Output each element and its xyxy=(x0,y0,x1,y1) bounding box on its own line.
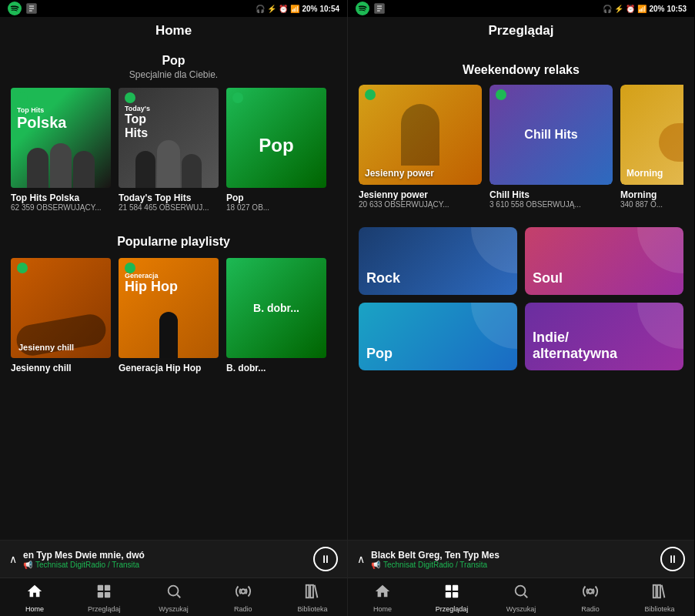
nav2-biblioteka[interactable]: Biblioteka xyxy=(625,583,694,613)
biblioteka-icon xyxy=(304,583,321,604)
card-morning[interactable]: Morning Morning 340 887 O... xyxy=(620,85,683,209)
nav-radio-label: Radio xyxy=(234,605,252,613)
biblioteka2-icon xyxy=(651,583,668,604)
card-top-hits-polska[interactable]: Top Hits Polska Top Hits Polska 62 359 O… xyxy=(11,88,111,212)
genre-pop-deco xyxy=(471,303,517,349)
genre-indie-label: Indie/ alternatywna xyxy=(533,330,617,363)
svg-rect-7 xyxy=(98,585,103,591)
alarm2-icon: ⏰ xyxy=(626,5,635,13)
radio-icon xyxy=(235,583,252,604)
svg-point-5 xyxy=(17,263,28,273)
card-overlay-big: Polska xyxy=(17,114,66,132)
weekend-card-title2: Chill Hits xyxy=(490,189,613,200)
chevron-up-icon: ∧ xyxy=(9,553,17,565)
genre-pop[interactable]: Pop xyxy=(359,303,517,370)
today-overlay-title: Today's xyxy=(125,105,150,112)
home2-icon xyxy=(374,583,391,604)
bluetooth2-icon: ⚡ xyxy=(614,5,623,13)
svg-line-12 xyxy=(177,594,180,598)
people-group2 xyxy=(119,140,219,188)
nav-biblioteka[interactable]: Biblioteka xyxy=(278,583,347,613)
time: 10:54 xyxy=(319,5,339,13)
nav-radio[interactable]: Radio xyxy=(209,583,278,613)
genre-indie-deco xyxy=(637,303,683,349)
wifi2-icon: 📶 xyxy=(637,5,647,13)
nav-wyszukaj-label: Wyszukaj xyxy=(159,605,188,613)
nav-home[interactable]: Home xyxy=(0,583,69,613)
pop-cards-row[interactable]: Top Hits Polska Top Hits Polska 62 359 O… xyxy=(11,88,336,215)
card-todays-top-hits[interactable]: Today's TopHits Today's Top Hits 21 584 … xyxy=(119,88,219,212)
nav2-przegladaj[interactable]: Przeglądaj xyxy=(417,583,486,613)
nav2-home[interactable]: Home xyxy=(348,583,417,613)
card-chill-hits[interactable]: Chill Hits Chill Hits 3 610 558 OBSERWUJ… xyxy=(490,85,613,209)
card-title3: Pop xyxy=(226,192,326,203)
pause-button[interactable]: ⏸ xyxy=(313,547,338,571)
home-content[interactable]: Pop Specjalnie dla Ciebie. Top Hits xyxy=(0,46,347,540)
section-subtitle-pop: Specjalnie dla Ciebie. xyxy=(11,69,336,80)
card-bdobr[interactable]: B. dobr... B. dobr... xyxy=(226,258,326,373)
nav2-home-label: Home xyxy=(373,605,392,613)
svg-rect-9 xyxy=(98,592,103,598)
wyszukaj2-icon xyxy=(513,583,530,604)
card-pop[interactable]: Pop Pop 18 027 OB... xyxy=(226,88,326,212)
home-icon xyxy=(26,583,43,604)
card-jesienny-power[interactable]: Jesienny power Jesienny power 20 633 OBS… xyxy=(359,85,482,209)
genre-pop-label: Pop xyxy=(366,346,393,363)
genre-grid: Rock Soul Pop Indie/ alternatywna xyxy=(348,219,694,375)
nav-przegladaj-label: Przeglądaj xyxy=(88,605,121,613)
svg-point-11 xyxy=(168,586,178,596)
jesienny-label: Jesienny power xyxy=(365,168,434,179)
mini-player-subtitle-text: Technisat DigitRadio / Transita xyxy=(35,561,139,569)
mini-player-subtitle: 📢 Technisat DigitRadio / Transita xyxy=(23,561,307,569)
genre-soul[interactable]: Soul xyxy=(525,227,683,295)
svg-rect-10 xyxy=(105,592,110,598)
mini-player[interactable]: ∧ en Typ Mes Dwie mnie, dwó 📢 Technisat … xyxy=(0,540,347,578)
chill-hits-label: Chill Hits xyxy=(524,128,577,142)
popular-playlists-section: Popularne playlisty xyxy=(0,227,347,377)
genre-soul-deco xyxy=(637,227,683,273)
svg-point-18 xyxy=(365,89,376,100)
pause2-button[interactable]: ⏸ xyxy=(660,547,685,571)
bdobr-card-title: B. dobr... xyxy=(226,363,326,373)
morning-label: Morning xyxy=(627,168,663,179)
mini-player-info: en Typ Mes Dwie mnie, dwó 📢 Technisat Di… xyxy=(23,550,307,569)
card-jesienny-chill[interactable]: Jesienny chill Jesienny chill xyxy=(11,258,111,373)
svg-point-24 xyxy=(516,586,526,596)
przegladaj-content[interactable]: Weekendowy relaks Jesie xyxy=(348,46,694,540)
header2-title: Przeglądaj xyxy=(488,23,553,38)
nav2-wyszukaj[interactable]: Wyszukaj xyxy=(486,583,556,613)
rapper-silhouette xyxy=(119,312,219,358)
nav2-radio-label: Radio xyxy=(581,605,600,613)
section-title-pop: Pop xyxy=(11,54,336,68)
chevron-up2-icon: ∧ xyxy=(357,553,365,565)
screen-przegladaj: 🎧 ⚡ ⏰ 📶 20% 10:53 Przeglądaj Weekendowy … xyxy=(347,0,694,616)
bdobr-label: B. dobr... xyxy=(253,302,299,314)
weekend-card-title1: Jesienny power xyxy=(359,189,482,200)
weekend-cards-row[interactable]: Jesienny power Jesienny power 20 633 OBS… xyxy=(359,85,683,212)
svg-rect-15 xyxy=(310,585,313,598)
bottom-nav2: Home Przeglądaj Wyszukaj Radio Bibliotek… xyxy=(348,578,694,616)
genre-indie[interactable]: Indie/ alternatywna xyxy=(525,303,683,370)
bottom-nav: Home Przeglądaj Wyszukaj Radio Bibliotek… xyxy=(0,578,347,616)
mini-player2-subtitle: 📢 Technisat DigitRadio / Transita xyxy=(371,561,654,569)
nav-przegladaj[interactable]: Przeglądaj xyxy=(69,583,139,613)
mini-player2-title: Black Belt Greg, Ten Typ Mes xyxy=(371,550,654,561)
genre-soul-label: Soul xyxy=(533,270,563,287)
wifi-icon: 📶 xyxy=(290,5,299,13)
genre-rock[interactable]: Rock xyxy=(359,227,517,295)
spotify-badge-icon xyxy=(17,92,28,103)
svg-rect-21 xyxy=(453,585,458,591)
nav2-radio[interactable]: Radio xyxy=(556,583,625,613)
radio2-icon xyxy=(582,583,599,604)
nav-wyszukaj[interactable]: Wyszukaj xyxy=(139,583,208,613)
mini-player2-subtitle-text: Technisat DigitRadio / Transita xyxy=(383,561,487,569)
mini-player2[interactable]: ∧ Black Belt Greg, Ten Typ Mes 📢 Technis… xyxy=(348,540,694,578)
nav-home-label: Home xyxy=(25,605,44,613)
screen-home: 🎧 ⚡ ⏰ 📶 20% 10:54 Home Pop Specjalnie dl… xyxy=(0,0,347,616)
nav2-przegladaj-label: Przeglądaj xyxy=(436,605,469,613)
spotify-badge6-icon xyxy=(365,89,376,100)
popular-cards-row[interactable]: Jesienny chill Jesienny chill xyxy=(11,258,336,377)
card-hiphop[interactable]: Generacja Hip Hop Generacja Hip Hop xyxy=(119,258,219,373)
svg-rect-23 xyxy=(453,592,458,598)
weekend-section: Weekendowy relaks Jesie xyxy=(348,46,694,212)
